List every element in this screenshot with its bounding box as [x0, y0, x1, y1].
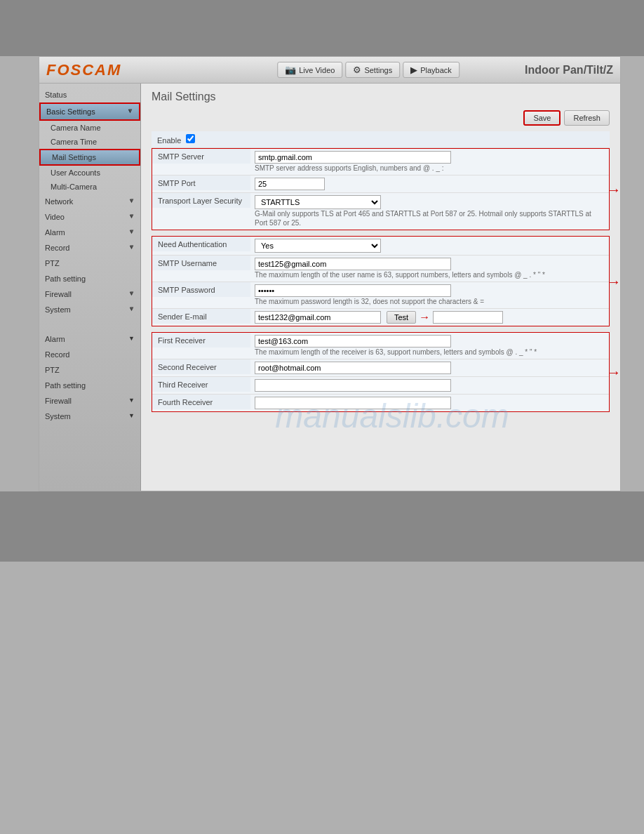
enable-row: Enable: [152, 131, 610, 148]
settings-icon: ⚙: [353, 65, 361, 75]
sidebar-item-firewall[interactable]: Firewall ▼: [39, 286, 140, 302]
arrow-2: →: [607, 273, 621, 289]
sidebar-item-ptz[interactable]: PTZ: [39, 256, 140, 271]
smtp-username-input[interactable]: [255, 258, 451, 270]
chevron-down-icon-video: ▼: [128, 213, 135, 220]
sidebar-item-alarm[interactable]: Alarm ▼: [39, 225, 140, 240]
chevron-down-icon-firewall: ▼: [128, 290, 135, 297]
smtp-password-hint: The maximum password length is 32, does …: [255, 297, 605, 306]
sidebar-item-path-setting[interactable]: Path setting: [39, 271, 140, 286]
fourth-receiver-input[interactable]: [255, 397, 451, 409]
second-receiver-row: Second Receiver: [152, 359, 609, 377]
need-auth-row: Need Authentication Yes No: [152, 237, 609, 256]
sidebar-item-status[interactable]: Status: [39, 87, 140, 102]
arrow-3: →: [607, 364, 621, 380]
bottom-bar: [0, 491, 644, 562]
smtp-port-value: [250, 176, 609, 192]
sidebar-item-network[interactable]: Network ▼: [39, 194, 140, 209]
sidebar-sub-camera-time[interactable]: Camera Time: [39, 135, 140, 149]
sidebar-item-path2-label: Path setting: [45, 381, 86, 390]
sidebar-item-record2-label: Record: [45, 350, 69, 359]
sidebar-item-video[interactable]: Video ▼: [39, 209, 140, 225]
sidebar-item-record[interactable]: Record ▼: [39, 240, 140, 256]
transport-security-hint: G-Mail only supports TLS at Port 465 and…: [255, 209, 605, 227]
first-receiver-label: First Receiver: [152, 333, 250, 348]
sidebar-item-firewall-label: Firewall: [45, 290, 72, 298]
refresh-button[interactable]: Refresh: [564, 110, 610, 126]
enable-checkbox[interactable]: [186, 134, 195, 143]
header: FOSCAM 📷 Live Video ⚙ Settings ▶ Playbac…: [39, 57, 620, 84]
chevron-down-icon-sys2: ▼: [128, 412, 135, 419]
chevron-down-icon-network: ▼: [128, 197, 135, 204]
smtp-server-value: SMTP server address supports English, nu…: [250, 149, 609, 175]
third-receiver-input[interactable]: [255, 379, 451, 392]
second-receiver-value: [250, 359, 609, 376]
smtp-port-input[interactable]: [255, 178, 325, 190]
tab-settings[interactable]: ⚙ Settings: [345, 62, 400, 78]
playback-icon: ▶: [410, 65, 417, 75]
smtp-port-row: SMTP Port: [152, 176, 609, 193]
third-receiver-row: Third Receiver: [152, 377, 609, 395]
tab-settings-label: Settings: [364, 66, 392, 74]
content-area: Status Basic Settings ▼ Camera Name Came…: [39, 84, 620, 491]
first-receiver-input[interactable]: [255, 335, 451, 348]
sidebar-sub-multi-camera[interactable]: Multi-Camera: [39, 180, 140, 194]
need-auth-value: Yes No: [250, 237, 609, 255]
second-receiver-input[interactable]: [255, 362, 451, 374]
sidebar-item-system[interactable]: System ▼: [39, 302, 140, 317]
page-title: Mail Settings: [152, 91, 610, 103]
sidebar-item-path-label: Path setting: [45, 274, 86, 283]
sidebar-item-firewall2-label: Firewall: [45, 397, 72, 405]
header-title: Indoor Pan/Tilt/Z: [525, 64, 613, 77]
sidebar-item-system-label: System: [45, 305, 71, 314]
sender-email-row: Sender E-mail Test →: [152, 309, 609, 326]
smtp-server-hint: SMTP server address supports English, nu…: [255, 164, 605, 173]
fourth-receiver-row: Fourth Receiver: [152, 395, 609, 411]
smtp-username-row: SMTP Username The maximum length of the …: [152, 256, 609, 282]
smtp-password-label: SMTP Password: [152, 282, 250, 297]
chevron-down-icon-fw2: ▼: [128, 397, 135, 404]
test-button[interactable]: Test: [387, 311, 416, 324]
sidebar-sub-camera-name[interactable]: Camera Name: [39, 121, 140, 135]
nav-tabs: 📷 Live Video ⚙ Settings ▶ Playback: [277, 62, 459, 78]
third-receiver-label: Third Receiver: [152, 377, 250, 392]
sidebar-item-system2[interactable]: System ▼: [39, 409, 140, 424]
receivers-section: First Receiver The maximum length of the…: [152, 332, 610, 412]
transport-security-row: Transport Layer Security STARTTLS TLS No…: [152, 193, 609, 230]
sidebar-item-firewall2[interactable]: Firewall ▼: [39, 393, 140, 409]
sender-email-value: Test →: [250, 309, 609, 326]
sidebar-item-path2[interactable]: Path setting: [39, 378, 140, 393]
save-button[interactable]: Save: [523, 110, 561, 126]
chevron-down-icon-alarm: ▼: [128, 228, 135, 235]
sidebar-item-alarm2[interactable]: Alarm ▼: [39, 331, 140, 347]
need-auth-label: Need Authentication: [152, 237, 250, 251]
sender-email-input[interactable]: [255, 311, 381, 324]
chevron-down-icon-record: ▼: [128, 244, 135, 251]
smtp-username-hint: The maximum length of the user name is 6…: [255, 270, 605, 279]
transport-security-select[interactable]: STARTTLS TLS None: [255, 195, 381, 209]
smtp-server-label: SMTP Server: [152, 149, 250, 164]
chevron-down-icon-system: ▼: [128, 305, 135, 312]
sidebar-sub-mail-settings[interactable]: Mail Settings: [39, 149, 140, 166]
sidebar-item-basic-settings[interactable]: Basic Settings ▼: [39, 102, 140, 121]
right-arrow-sender: →: [419, 311, 430, 324]
fourth-receiver-value: [250, 395, 609, 411]
sidebar-item-video-label: Video: [45, 213, 65, 221]
logo: FOSCAM: [46, 61, 121, 79]
toolbar: Save Refresh: [152, 110, 610, 126]
top-bar: [0, 0, 644, 56]
tab-playback[interactable]: ▶ Playback: [403, 62, 459, 78]
smtp-server-input[interactable]: [255, 151, 451, 164]
need-auth-select[interactable]: Yes No: [255, 239, 381, 253]
fourth-receiver-label: Fourth Receiver: [152, 395, 250, 409]
tab-playback-label: Playback: [420, 66, 452, 74]
sender-email-extra-input[interactable]: [433, 311, 503, 324]
sidebar-item-record-label: Record: [45, 244, 69, 252]
sidebar-item-ptz2[interactable]: PTZ: [39, 362, 140, 378]
tab-live-video[interactable]: 📷 Live Video: [277, 62, 342, 78]
sidebar-sub-user-accounts[interactable]: User Accounts: [39, 166, 140, 180]
first-receiver-row: First Receiver The maximum length of the…: [152, 333, 609, 359]
smtp-password-input[interactable]: [255, 284, 451, 297]
sidebar-item-record2[interactable]: Record: [39, 347, 140, 362]
smtp-username-label: SMTP Username: [152, 256, 250, 270]
